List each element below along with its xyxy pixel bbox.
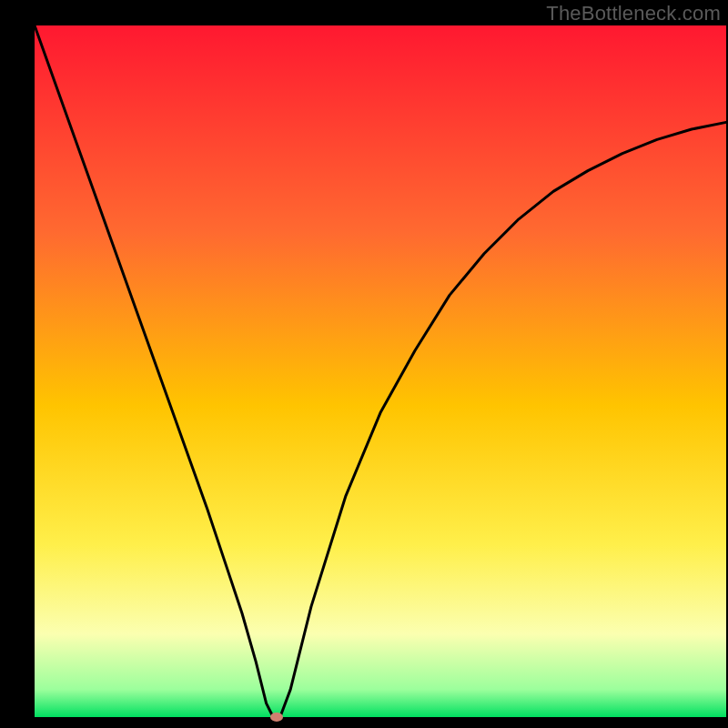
- chart-frame: TheBottleneck.com: [0, 0, 728, 728]
- bottleneck-chart: [0, 0, 728, 728]
- chart-background: [35, 25, 726, 717]
- watermark-label: TheBottleneck.com: [546, 2, 721, 25]
- optimal-point-marker: [270, 713, 283, 722]
